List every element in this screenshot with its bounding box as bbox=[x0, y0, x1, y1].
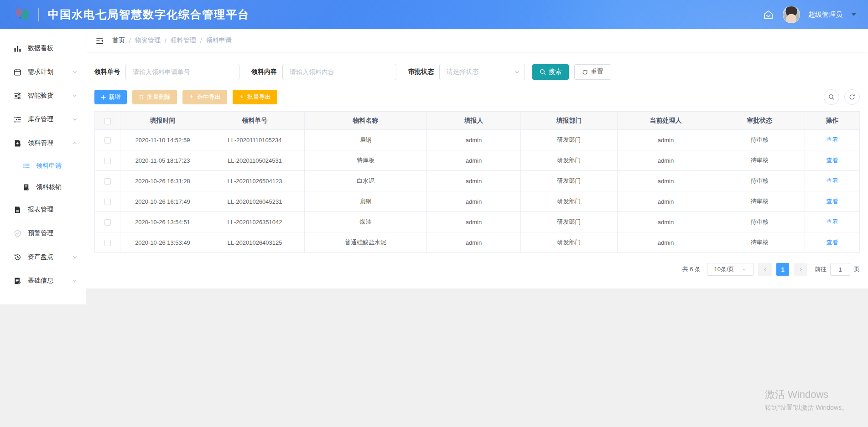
next-page-button[interactable] bbox=[794, 263, 807, 276]
sidebar-toggle-icon[interactable] bbox=[95, 36, 104, 45]
sliders-icon bbox=[14, 92, 22, 100]
row-checkbox[interactable] bbox=[104, 178, 111, 185]
column-header-actions: 操作 bbox=[805, 112, 860, 130]
chevron-up-icon bbox=[72, 140, 78, 146]
view-link[interactable]: 查看 bbox=[826, 136, 838, 143]
content-label: 领料内容 bbox=[251, 68, 277, 76]
sidebar-item-dashboard[interactable]: 数据看板 bbox=[0, 36, 86, 60]
caret-down-icon[interactable] bbox=[852, 13, 856, 16]
cell-material: 扁钢 bbox=[305, 191, 427, 212]
home-icon[interactable] bbox=[762, 9, 774, 21]
select-all-checkbox[interactable] bbox=[104, 118, 111, 124]
chevron-down-icon bbox=[72, 278, 78, 283]
sidebar-item-label: 资产盘点 bbox=[28, 253, 72, 261]
goto-page-input[interactable] bbox=[830, 263, 850, 276]
sidebar-subitem-material-writeoff[interactable]: 领料核销 bbox=[0, 176, 86, 198]
breadcrumb: 首页 / 物资管理 / 领料管理 / 领料申请 bbox=[112, 36, 232, 45]
row-checkbox[interactable] bbox=[104, 137, 111, 144]
status-label: 审批状态 bbox=[408, 68, 434, 76]
cell-material: 煤油 bbox=[305, 212, 427, 232]
export-all-button[interactable]: 批量导出 bbox=[233, 90, 277, 104]
bar-chart-icon bbox=[14, 45, 22, 52]
column-header-dept: 填报部门 bbox=[521, 112, 618, 130]
sidebar-item-reports[interactable]: 报表管理 bbox=[0, 198, 86, 221]
row-checkbox[interactable] bbox=[104, 199, 111, 205]
cell-time: 2020-10-26 13:53:49 bbox=[120, 232, 205, 253]
main-area: 首页 / 物资管理 / 领料管理 / 领料申请 领料单号 领料内容 审批状态 请… bbox=[86, 29, 868, 288]
sidebar-item-smart-inspection[interactable]: 智能验货 bbox=[0, 84, 86, 108]
sidebar-item-label: 基础信息 bbox=[28, 277, 72, 285]
view-link[interactable]: 查看 bbox=[826, 239, 838, 246]
content-input[interactable] bbox=[282, 64, 396, 80]
sidebar-subitem-material-request[interactable]: 领料申请 bbox=[0, 155, 86, 176]
cell-handler: admin bbox=[618, 150, 714, 171]
cell-reporter: admin bbox=[427, 191, 521, 212]
asset-history-icon bbox=[14, 253, 22, 261]
batch-delete-button[interactable]: 批量删除 bbox=[132, 90, 177, 104]
table-row[interactable]: 2020-10-26 16:31:28 LL-20201026504123 白水… bbox=[95, 171, 860, 191]
download-icon bbox=[189, 94, 194, 100]
avatar[interactable] bbox=[783, 6, 800, 23]
page-size-select[interactable]: 10条/页 bbox=[707, 263, 754, 276]
watermark-subtitle: 转到“设置”以激活 Windows。 bbox=[765, 404, 848, 412]
row-checkbox[interactable] bbox=[104, 158, 111, 164]
sidebar-item-label: 数据看板 bbox=[28, 44, 78, 52]
add-button[interactable]: 新增 bbox=[94, 90, 127, 104]
breadcrumb-item[interactable]: 物资管理 bbox=[135, 36, 161, 45]
sidebar-item-demand-plan[interactable]: 需求计划 bbox=[0, 60, 86, 84]
user-name[interactable]: 超级管理员 bbox=[808, 10, 842, 19]
breadcrumb-separator: / bbox=[200, 37, 202, 44]
current-page-button[interactable]: 1 bbox=[776, 263, 789, 276]
doc-pen-icon bbox=[23, 184, 31, 191]
prev-page-button[interactable] bbox=[758, 263, 772, 276]
cell-handler: admin bbox=[618, 191, 714, 212]
sidebar-item-alerts[interactable]: 预警管理 bbox=[0, 221, 86, 245]
table-header-row: 填报时间 领料单号 物料名称 填报人 填报部门 当前处理人 审批状态 操作 bbox=[95, 112, 860, 130]
export-selected-button[interactable]: 选中导出 bbox=[182, 90, 227, 104]
cell-reporter: admin bbox=[427, 150, 521, 171]
cell-material: 特厚板 bbox=[305, 150, 427, 171]
breadcrumb-item[interactable]: 领料管理 bbox=[171, 36, 196, 45]
refresh-icon bbox=[582, 69, 588, 75]
view-link[interactable]: 查看 bbox=[826, 157, 838, 164]
reset-button[interactable]: 重置 bbox=[574, 64, 611, 80]
sidebar-item-inventory[interactable]: 库存管理 bbox=[0, 108, 86, 131]
view-link[interactable]: 查看 bbox=[826, 198, 838, 205]
page-unit-label: 页 bbox=[854, 265, 860, 273]
data-table: 填报时间 领料单号 物料名称 填报人 填报部门 当前处理人 审批状态 操作 bbox=[94, 111, 860, 253]
table-row[interactable]: 2020-11-10 14:52:59 LL-20201110105234 扁钢… bbox=[95, 130, 860, 150]
row-checkbox[interactable] bbox=[104, 219, 111, 226]
plus-icon bbox=[101, 95, 106, 100]
sidebar-item-asset-check[interactable]: 资产盘点 bbox=[0, 245, 86, 269]
order-no-input[interactable] bbox=[125, 64, 239, 80]
download-icon bbox=[239, 94, 244, 100]
table-row[interactable]: 2020-10-26 13:53:49 LL-20201026403125 普通… bbox=[95, 232, 860, 253]
cell-order-no: LL-20201026351042 bbox=[205, 212, 305, 232]
table-row[interactable]: 2020-10-26 13:54:51 LL-20201026351042 煤油… bbox=[95, 212, 860, 232]
toggle-search-button[interactable] bbox=[824, 89, 839, 105]
sidebar-item-material-management[interactable]: 领料管理 bbox=[0, 131, 86, 155]
column-header-reporter: 填报人 bbox=[427, 112, 521, 130]
table-row[interactable]: 2020-10-26 16:17:49 LL-20201026045231 扁钢… bbox=[95, 191, 860, 212]
sidebar: 数据看板 需求计划 智能验货 bbox=[0, 29, 86, 304]
refresh-table-button[interactable] bbox=[844, 89, 860, 105]
add-button-label: 新增 bbox=[109, 93, 120, 101]
search-button[interactable]: 搜索 bbox=[532, 64, 569, 80]
cell-time: 2020-10-26 16:31:28 bbox=[120, 171, 205, 191]
view-link[interactable]: 查看 bbox=[826, 218, 838, 225]
column-header-time: 填报时间 bbox=[120, 112, 205, 130]
reset-button-label: 重置 bbox=[591, 68, 603, 76]
table-row[interactable]: 2020-11-05 18:17:23 LL-20201105024531 特厚… bbox=[95, 150, 860, 171]
logo-diamonds-icon bbox=[13, 5, 32, 24]
row-checkbox[interactable] bbox=[104, 240, 111, 246]
cell-handler: admin bbox=[618, 171, 714, 191]
inventory-list-icon bbox=[14, 116, 22, 123]
cell-dept: 研发部门 bbox=[521, 171, 618, 191]
cell-time: 2020-11-05 18:17:23 bbox=[120, 150, 205, 171]
chevron-down-icon bbox=[72, 117, 78, 122]
status-select[interactable]: 请选择状态 bbox=[439, 64, 525, 80]
view-link[interactable]: 查看 bbox=[826, 177, 838, 184]
breadcrumb-home[interactable]: 首页 bbox=[112, 36, 125, 45]
sidebar-item-base-info[interactable]: 基础信息 bbox=[0, 269, 86, 293]
cell-dept: 研发部门 bbox=[521, 150, 618, 171]
